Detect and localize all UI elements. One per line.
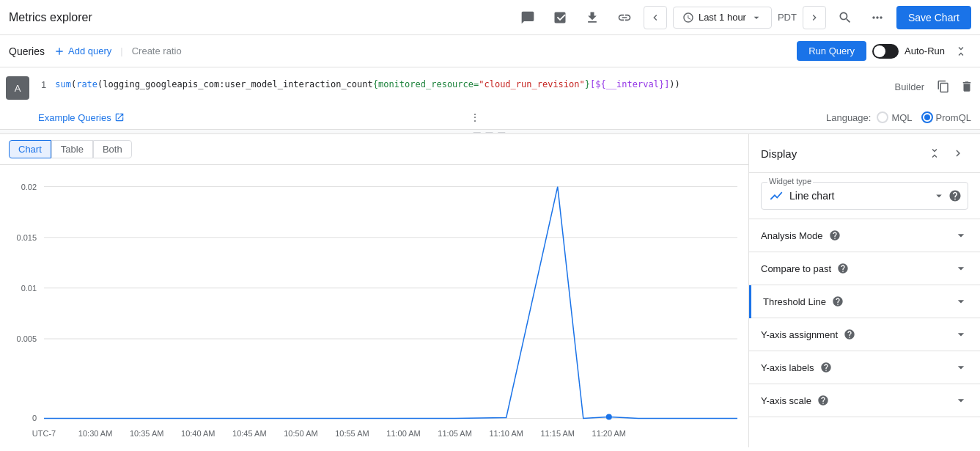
time-range-label: Last 1 hour xyxy=(699,12,746,23)
y-axis-scale-help-icon[interactable] xyxy=(817,395,829,406)
svg-text:11:00 AM: 11:00 AM xyxy=(386,429,420,438)
chart-tabs: Chart Table Both xyxy=(0,134,748,165)
svg-text:0: 0 xyxy=(32,414,37,423)
delete-query-button[interactable] xyxy=(957,76,977,97)
y-axis-assignment-section: Y-axis assignment xyxy=(749,318,980,351)
tab-chart[interactable]: Chart xyxy=(9,140,51,158)
search-icon-btn[interactable] xyxy=(832,4,858,31)
display-collapse-up-btn[interactable] xyxy=(924,143,945,164)
query-line-num: 1 xyxy=(35,73,52,90)
language-selector: Language: MQL PromQL xyxy=(826,111,971,123)
queries-label: Queries xyxy=(9,45,45,57)
display-expand-btn[interactable] xyxy=(948,143,968,164)
widget-type-container: Widget type Line chart xyxy=(761,182,968,210)
time-range-btn[interactable]: Last 1 hour xyxy=(673,7,772,29)
svg-point-22 xyxy=(606,414,612,420)
analysis-mode-chevron-icon xyxy=(954,228,968,243)
query-text[interactable]: sum(rate(logging_googleapis_com:user_mod… xyxy=(52,73,885,95)
chart-svg: 0.02 0.015 0.01 0.005 0 UTC-7 10:30 AM 1… xyxy=(0,165,748,447)
display-header-actions xyxy=(924,143,968,164)
threshold-indicator xyxy=(749,285,751,318)
radio-group: MQL PromQL xyxy=(877,111,971,123)
example-queries-link[interactable]: Example Queries xyxy=(38,112,125,123)
svg-text:10:30 AM: 10:30 AM xyxy=(78,429,112,438)
svg-text:10:55 AM: 10:55 AM xyxy=(335,429,369,438)
builder-button[interactable]: Builder xyxy=(889,76,930,97)
svg-text:11:15 AM: 11:15 AM xyxy=(541,429,575,438)
svg-text:10:50 AM: 10:50 AM xyxy=(284,429,317,438)
auto-run-toggle[interactable] xyxy=(872,44,899,59)
queries-bar: Queries Add query | Create ratio Run Que… xyxy=(0,35,980,67)
svg-text:0.015: 0.015 xyxy=(17,233,37,242)
y-axis-labels-section: Y-axis labels xyxy=(749,351,980,384)
header: Metrics explorer Last 1 hour PDT xyxy=(0,0,980,35)
copy-query-button[interactable] xyxy=(933,76,954,97)
query-row: A 1 sum(rate(logging_googleapis_com:user… xyxy=(0,67,980,109)
overflow-icon-btn[interactable] xyxy=(864,4,891,31)
widget-type-select[interactable]: Line chart xyxy=(762,183,968,209)
main-area: Chart Table Both 0.02 0.015 0.01 0.005 0… xyxy=(0,134,980,447)
svg-text:0.02: 0.02 xyxy=(21,183,37,191)
queries-left: Queries Add query | Create ratio xyxy=(9,45,182,57)
query-footer: Example Queries ⋮ Language: MQL PromQL xyxy=(0,109,980,129)
header-actions: Last 1 hour PDT Save Chart xyxy=(515,4,971,31)
queries-right: Run Query Auto-Run xyxy=(797,41,971,62)
svg-text:UTC-7: UTC-7 xyxy=(32,429,56,438)
mql-radio[interactable]: MQL xyxy=(877,111,912,123)
widget-type-label: Widget type xyxy=(767,177,813,186)
display-panel: Display Widget type Line xyxy=(749,134,980,447)
widget-type-section: Widget type Line chart xyxy=(749,173,980,219)
promql-radio[interactable]: PromQL xyxy=(921,111,971,123)
app-title: Metrics explorer xyxy=(9,11,92,24)
add-chart-icon-btn[interactable] xyxy=(547,4,573,31)
analysis-mode-help-icon[interactable] xyxy=(829,230,841,241)
chat-icon-btn[interactable] xyxy=(515,4,541,31)
y-axis-scale-chevron-icon xyxy=(954,393,968,408)
widget-type-help-icon[interactable] xyxy=(948,189,962,202)
collapse-button[interactable] xyxy=(951,41,971,62)
chart-area: Chart Table Both 0.02 0.015 0.01 0.005 0… xyxy=(0,134,749,447)
threshold-line-help-icon[interactable] xyxy=(832,296,844,307)
tab-table[interactable]: Table xyxy=(51,140,93,158)
widget-type-chevron-icon xyxy=(932,189,946,202)
download-icon-btn[interactable] xyxy=(579,4,605,31)
query-label-a: A xyxy=(6,76,29,100)
query-editor: A 1 sum(rate(logging_googleapis_com:user… xyxy=(0,67,980,134)
run-query-button[interactable]: Run Query xyxy=(797,41,866,61)
drag-handle[interactable]: — — — xyxy=(0,129,980,133)
next-nav-btn[interactable] xyxy=(803,6,826,29)
chart-container: 0.02 0.015 0.01 0.005 0 UTC-7 10:30 AM 1… xyxy=(0,165,748,447)
display-header: Display xyxy=(749,134,980,173)
y-axis-labels-chevron-icon xyxy=(954,360,968,375)
svg-text:10:35 AM: 10:35 AM xyxy=(130,429,163,438)
add-query-button[interactable]: Add query xyxy=(54,45,111,57)
language-label: Language: xyxy=(826,112,871,123)
widget-type-left: Line chart xyxy=(769,188,834,203)
display-title: Display xyxy=(761,147,797,160)
mql-radio-circle xyxy=(877,111,888,123)
y-axis-scale-section: Y-axis scale xyxy=(749,384,980,417)
svg-text:0.005: 0.005 xyxy=(17,334,37,343)
svg-text:11:20 AM: 11:20 AM xyxy=(592,429,626,438)
promql-radio-circle xyxy=(921,111,933,123)
compare-to-past-section: Compare to past xyxy=(749,252,980,285)
link-icon-btn[interactable] xyxy=(611,4,638,31)
compare-to-past-help-icon[interactable] xyxy=(837,263,849,274)
save-chart-button[interactable]: Save Chart xyxy=(896,6,971,29)
svg-text:11:05 AM: 11:05 AM xyxy=(438,429,471,438)
analysis-mode-section: Analysis Mode xyxy=(749,219,980,252)
svg-text:10:40 AM: 10:40 AM xyxy=(181,429,215,438)
tab-both[interactable]: Both xyxy=(93,140,132,158)
auto-run-label: Auto-Run xyxy=(905,45,945,56)
create-ratio-button[interactable]: Create ratio xyxy=(132,45,182,56)
svg-text:11:10 AM: 11:10 AM xyxy=(489,429,523,438)
svg-text:0.01: 0.01 xyxy=(21,284,37,293)
line-chart-icon xyxy=(769,188,784,203)
y-axis-assignment-chevron-icon xyxy=(954,327,968,342)
prev-nav-btn[interactable] xyxy=(644,6,667,29)
timezone-label: PDT xyxy=(778,12,797,23)
threshold-line-chevron-icon xyxy=(954,294,968,309)
y-axis-assignment-help-icon[interactable] xyxy=(844,329,855,340)
y-axis-labels-help-icon[interactable] xyxy=(820,362,832,373)
compare-to-past-chevron-icon xyxy=(954,261,968,276)
